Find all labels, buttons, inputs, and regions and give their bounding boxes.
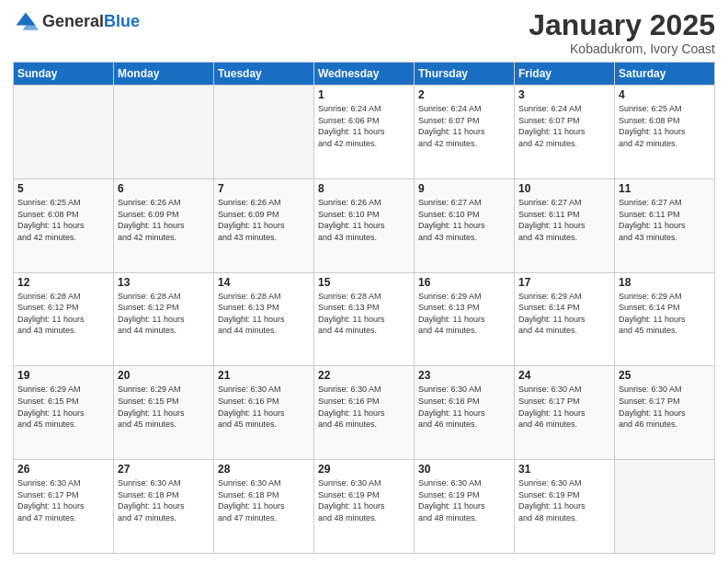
day-number: 25 [619,369,711,382]
day-number: 26 [17,463,109,476]
day-number: 4 [619,88,711,101]
day-number: 29 [318,463,410,476]
day-number: 23 [418,369,510,382]
day-info: Sunrise: 6:30 AM Sunset: 6:17 PM Dayligh… [17,477,109,523]
day-number: 14 [218,276,310,289]
day-info: Sunrise: 6:30 AM Sunset: 6:16 PM Dayligh… [218,384,310,430]
calendar-table: SundayMondayTuesdayWednesdayThursdayFrid… [13,62,715,554]
day-number: 12 [17,276,109,289]
day-number: 27 [118,463,210,476]
logo: GeneralBlue [13,9,140,35]
calendar-cell: 2Sunrise: 6:24 AM Sunset: 6:07 PM Daylig… [415,86,515,179]
calendar-cell [615,460,715,554]
day-info: Sunrise: 6:24 AM Sunset: 6:07 PM Dayligh… [518,103,610,149]
day-info: Sunrise: 6:26 AM Sunset: 6:09 PM Dayligh… [218,197,310,243]
day-number: 15 [318,276,410,289]
day-info: Sunrise: 6:30 AM Sunset: 6:19 PM Dayligh… [518,477,610,523]
day-info: Sunrise: 6:30 AM Sunset: 6:17 PM Dayligh… [619,384,711,430]
day-number: 13 [118,276,210,289]
logo-blue: Blue [104,13,140,31]
calendar-cell: 29Sunrise: 6:30 AM Sunset: 6:19 PM Dayli… [314,460,415,554]
day-number: 22 [318,369,410,382]
calendar-header-row: SundayMondayTuesdayWednesdayThursdayFrid… [14,63,715,86]
calendar-cell [214,86,314,179]
day-number: 17 [518,276,610,289]
calendar-header-wednesday: Wednesday [314,63,415,86]
calendar-header-thursday: Thursday [415,63,515,86]
title-block: January 2025 Kobadukrom, Ivory Coast [529,9,715,56]
calendar-cell: 11Sunrise: 6:27 AM Sunset: 6:11 PM Dayli… [615,178,715,272]
calendar-cell: 25Sunrise: 6:30 AM Sunset: 6:17 PM Dayli… [615,366,715,460]
day-number: 11 [619,182,711,195]
day-number: 10 [518,182,610,195]
day-info: Sunrise: 6:29 AM Sunset: 6:15 PM Dayligh… [118,384,210,430]
day-number: 21 [218,369,310,382]
calendar-cell: 18Sunrise: 6:29 AM Sunset: 6:14 PM Dayli… [615,272,715,366]
day-info: Sunrise: 6:30 AM Sunset: 6:19 PM Dayligh… [318,477,410,523]
day-info: Sunrise: 6:27 AM Sunset: 6:11 PM Dayligh… [619,197,711,243]
calendar-cell: 8Sunrise: 6:26 AM Sunset: 6:10 PM Daylig… [314,178,415,272]
day-number: 9 [418,182,510,195]
calendar-cell: 9Sunrise: 6:27 AM Sunset: 6:10 PM Daylig… [415,178,515,272]
day-number: 24 [518,369,610,382]
calendar-cell: 1Sunrise: 6:24 AM Sunset: 6:06 PM Daylig… [314,86,415,179]
day-info: Sunrise: 6:30 AM Sunset: 6:18 PM Dayligh… [218,477,310,523]
day-info: Sunrise: 6:24 AM Sunset: 6:07 PM Dayligh… [418,103,510,149]
day-info: Sunrise: 6:30 AM Sunset: 6:18 PM Dayligh… [118,477,210,523]
calendar-cell: 3Sunrise: 6:24 AM Sunset: 6:07 PM Daylig… [515,86,615,179]
logo-icon [13,9,39,35]
calendar-cell: 20Sunrise: 6:29 AM Sunset: 6:15 PM Dayli… [114,366,214,460]
calendar-cell: 26Sunrise: 6:30 AM Sunset: 6:17 PM Dayli… [14,460,114,554]
calendar-header-sunday: Sunday [14,63,114,86]
day-info: Sunrise: 6:29 AM Sunset: 6:13 PM Dayligh… [418,291,510,337]
day-number: 2 [418,88,510,101]
day-number: 7 [218,182,310,195]
day-info: Sunrise: 6:27 AM Sunset: 6:10 PM Dayligh… [418,197,510,243]
day-number: 18 [619,276,711,289]
calendar-week-2: 5Sunrise: 6:25 AM Sunset: 6:08 PM Daylig… [14,178,715,272]
calendar-cell: 4Sunrise: 6:25 AM Sunset: 6:08 PM Daylig… [615,86,715,179]
day-info: Sunrise: 6:25 AM Sunset: 6:08 PM Dayligh… [619,103,711,149]
calendar-cell: 31Sunrise: 6:30 AM Sunset: 6:19 PM Dayli… [515,460,615,554]
calendar-cell: 23Sunrise: 6:30 AM Sunset: 6:16 PM Dayli… [415,366,515,460]
day-number: 28 [218,463,310,476]
calendar-cell: 10Sunrise: 6:27 AM Sunset: 6:11 PM Dayli… [515,178,615,272]
day-info: Sunrise: 6:26 AM Sunset: 6:09 PM Dayligh… [118,197,210,243]
page: GeneralBlue January 2025 Kobadukrom, Ivo… [0,0,728,563]
day-info: Sunrise: 6:29 AM Sunset: 6:15 PM Dayligh… [17,384,109,430]
day-info: Sunrise: 6:29 AM Sunset: 6:14 PM Dayligh… [518,291,610,337]
day-number: 16 [418,276,510,289]
calendar-week-4: 19Sunrise: 6:29 AM Sunset: 6:15 PM Dayli… [14,366,715,460]
calendar-cell [114,86,214,179]
day-number: 6 [118,182,210,195]
logo-text: GeneralBlue [42,13,140,31]
calendar-week-1: 1Sunrise: 6:24 AM Sunset: 6:06 PM Daylig… [14,86,715,179]
day-number: 1 [318,88,410,101]
calendar-cell: 17Sunrise: 6:29 AM Sunset: 6:14 PM Dayli… [515,272,615,366]
day-info: Sunrise: 6:28 AM Sunset: 6:12 PM Dayligh… [118,291,210,337]
calendar-header-saturday: Saturday [615,63,715,86]
day-number: 5 [17,182,109,195]
calendar-cell: 22Sunrise: 6:30 AM Sunset: 6:16 PM Dayli… [314,366,415,460]
day-number: 31 [518,463,610,476]
day-info: Sunrise: 6:30 AM Sunset: 6:16 PM Dayligh… [318,384,410,430]
day-number: 30 [418,463,510,476]
calendar-cell: 6Sunrise: 6:26 AM Sunset: 6:09 PM Daylig… [114,178,214,272]
calendar-week-3: 12Sunrise: 6:28 AM Sunset: 6:12 PM Dayli… [14,272,715,366]
subtitle: Kobadukrom, Ivory Coast [529,41,715,56]
calendar-cell: 21Sunrise: 6:30 AM Sunset: 6:16 PM Dayli… [214,366,314,460]
day-info: Sunrise: 6:29 AM Sunset: 6:14 PM Dayligh… [619,291,711,337]
calendar-cell: 14Sunrise: 6:28 AM Sunset: 6:13 PM Dayli… [214,272,314,366]
day-info: Sunrise: 6:30 AM Sunset: 6:19 PM Dayligh… [418,477,510,523]
calendar-header-tuesday: Tuesday [214,63,314,86]
calendar-cell: 13Sunrise: 6:28 AM Sunset: 6:12 PM Dayli… [114,272,214,366]
day-info: Sunrise: 6:28 AM Sunset: 6:13 PM Dayligh… [318,291,410,337]
day-info: Sunrise: 6:25 AM Sunset: 6:08 PM Dayligh… [17,197,109,243]
calendar-cell [14,86,114,179]
day-info: Sunrise: 6:28 AM Sunset: 6:13 PM Dayligh… [218,291,310,337]
day-info: Sunrise: 6:30 AM Sunset: 6:16 PM Dayligh… [418,384,510,430]
calendar-cell: 12Sunrise: 6:28 AM Sunset: 6:12 PM Dayli… [14,272,114,366]
day-info: Sunrise: 6:28 AM Sunset: 6:12 PM Dayligh… [17,291,109,337]
main-title: January 2025 [529,9,715,41]
header: GeneralBlue January 2025 Kobadukrom, Ivo… [13,9,715,56]
